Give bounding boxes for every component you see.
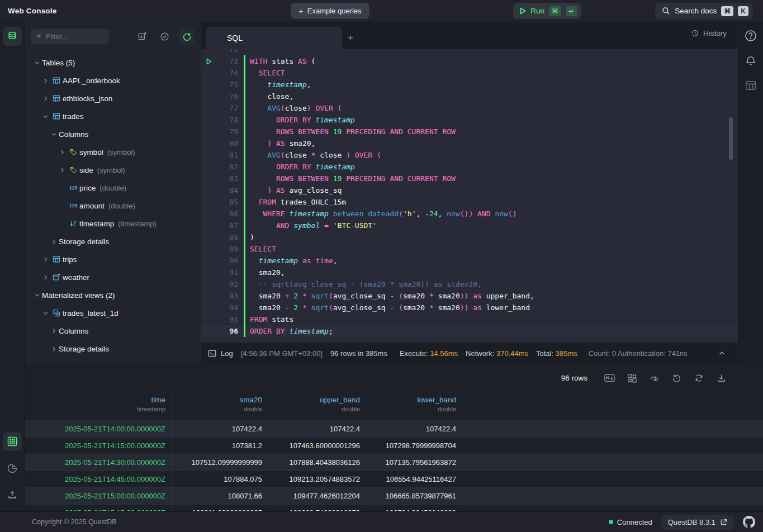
table-row[interactable]: 2025-05-21T15:00:00.000000Z108071.661094…	[25, 487, 763, 504]
database-nav-icon[interactable]	[3, 27, 22, 46]
cell-lower_band[interactable]: 107422.4	[366, 421, 462, 437]
chevron-right-icon[interactable]	[40, 96, 50, 102]
tree-item-trades-latest-1d[interactable]: trades_latest_1d	[25, 304, 201, 322]
filter-input[interactable]	[46, 32, 104, 41]
version-link[interactable]: QuestDB 8.3.1	[661, 515, 734, 530]
code-area[interactable]: 7273WITH stats AS (74 SELECT75 timestamp…	[201, 49, 738, 342]
tree-item-symbol[interactable]: symbol(symbol)	[25, 143, 201, 161]
tree-item-columns[interactable]: Columns	[25, 125, 201, 143]
example-queries-button[interactable]: + Example queries	[291, 3, 369, 19]
table-row[interactable]: 2025-05-21T14:00:00.000000Z107422.410742…	[25, 420, 763, 437]
tree-item-timestamp[interactable]: timestamp(timestamp)	[25, 215, 201, 232]
code-line-76[interactable]: 76 close,	[201, 91, 738, 102]
tree-item-trades[interactable]: trades	[25, 107, 201, 125]
cell-sma20[interactable]: 107512.09999999999	[172, 454, 268, 471]
column-header-time[interactable]: timetimestamp	[25, 391, 172, 420]
column-name[interactable]: sma20	[172, 396, 262, 404]
code-line-86[interactable]: 86 WHERE timestamp between dateadd('h', …	[201, 208, 738, 220]
code-line-90[interactable]: 90 timestamp as time,	[201, 255, 738, 267]
code-line-81[interactable]: 81 AVG(close * close ) OVER (	[201, 149, 738, 161]
refresh-icon[interactable]	[690, 369, 707, 386]
columns-icon[interactable]	[623, 369, 640, 386]
cell-sma20[interactable]: 107884.075	[172, 471, 268, 487]
chevron-right-icon[interactable]	[40, 256, 50, 263]
code-line-77[interactable]: 77 AVG(close) OVER (	[201, 102, 738, 114]
github-icon[interactable]	[743, 516, 755, 528]
table-row[interactable]: 2025-05-21T14:15:00.000000Z107381.210746…	[25, 437, 763, 454]
code-line-84[interactable]: 84 ) AS avg_close_sq	[201, 184, 738, 196]
cell-upper_band[interactable]: 107888.40438036126	[268, 454, 366, 471]
code-line-94[interactable]: 94 sma20 - 2 * sqrt(avg_close_sq - (sma2…	[201, 302, 738, 314]
tab-sql[interactable]: SQL	[206, 27, 342, 49]
code-line-79[interactable]: 79 ROWS BETWEEN 19 PRECEDING AND CURRENT…	[201, 126, 738, 137]
cell-upper_band[interactable]: 109213.20574883572	[268, 471, 366, 487]
log-toggle[interactable]: Log	[208, 349, 233, 358]
schema-panel-icon[interactable]	[745, 79, 757, 92]
chevron-right-icon[interactable]	[49, 328, 59, 334]
tree-item-weather[interactable]: weather	[25, 268, 201, 286]
chart-icon[interactable]	[646, 369, 662, 386]
refresh-schema-icon[interactable]	[178, 28, 195, 45]
tree-item-tables-5-[interactable]: Tables (5)	[25, 54, 201, 72]
cell-lower_band[interactable]: 107135.79561963872	[366, 454, 462, 471]
cell-time[interactable]: 2025-05-21T14:45:00.000000Z	[25, 471, 172, 487]
code-line-87[interactable]: 87 AND symbol = 'BTC-USDT'	[201, 220, 738, 231]
tree-item-ethblocks-json[interactable]: ethblocks_json	[25, 89, 201, 107]
download-icon[interactable]	[713, 369, 729, 386]
code-line-75[interactable]: 75 timestamp,	[201, 79, 738, 91]
chevron-down-icon[interactable]	[40, 113, 50, 120]
cell-time[interactable]: 2025-05-21T14:15:00.000000Z	[25, 438, 172, 454]
tree-item-aapl-orderbook[interactable]: AAPL_orderbook	[25, 72, 201, 89]
column-name[interactable]: time	[25, 396, 165, 404]
chevron-down-icon[interactable]	[32, 292, 42, 298]
chevron-down-icon[interactable]	[32, 60, 42, 66]
check-circle-icon[interactable]	[156, 28, 173, 45]
tree-item-storage-details[interactable]: Storage details	[25, 340, 201, 358]
collapse-log-icon[interactable]	[718, 350, 726, 357]
chevron-right-icon[interactable]	[49, 346, 59, 352]
grid-view-icon[interactable]	[3, 432, 22, 451]
cell-lower_band[interactable]: 107298.79999998704	[366, 438, 462, 454]
chevron-right-icon[interactable]	[57, 167, 67, 173]
code-line-89[interactable]: 89SELECT	[201, 243, 738, 255]
chart-view-icon[interactable]	[3, 459, 22, 478]
code-line-95[interactable]: 95FROM stats	[201, 314, 738, 325]
cell-sma20[interactable]: 107422.4	[172, 421, 268, 437]
cell-upper_band[interactable]: 107463.60000001296	[268, 438, 366, 454]
chevron-right-icon[interactable]	[40, 274, 50, 281]
cell-time[interactable]: 2025-05-21T15:00:00.000000Z	[25, 488, 172, 504]
cell-sma20[interactable]: 107381.2	[172, 438, 268, 454]
search-docs-button[interactable]: Search docs ⌘ K	[655, 3, 753, 19]
code-line-78[interactable]: 78 ORDER BY timestamp	[201, 114, 738, 126]
tree-item-storage-details[interactable]: Storage details	[25, 232, 201, 250]
column-name[interactable]: lower_band	[366, 396, 456, 404]
filter-input-wrap[interactable]	[31, 28, 109, 44]
add-widget-icon[interactable]	[134, 28, 150, 45]
undo-clock-icon[interactable]	[668, 369, 685, 386]
cell-upper_band[interactable]: 107422.4	[268, 421, 366, 437]
new-tab-icon[interactable]: +	[342, 27, 359, 49]
help-icon[interactable]	[744, 29, 757, 42]
code-line-72[interactable]: 72	[201, 49, 738, 55]
cell-upper_band[interactable]: 109477.4626012204	[268, 488, 366, 504]
cell-upper_band[interactable]: 109628.74298918376	[268, 505, 366, 511]
code-line-73[interactable]: 73WITH stats AS (	[201, 55, 738, 67]
table-row[interactable]: 2025-05-21T15:15:00.000000Z108211.283333…	[25, 504, 763, 511]
markdown-icon[interactable]	[601, 369, 618, 386]
cell-time[interactable]: 2025-05-21T14:30:00.000000Z	[25, 454, 172, 471]
cell-sma20[interactable]: 108211.28333333335	[172, 505, 268, 511]
cell-time[interactable]: 2025-05-21T14:00:00.000000Z	[25, 421, 172, 437]
tree-item-base-tables[interactable]: Base tables	[25, 358, 201, 363]
history-button[interactable]: History	[691, 29, 727, 37]
chevron-right-icon[interactable]	[57, 149, 67, 155]
chevron-right-icon[interactable]	[49, 239, 59, 245]
tree-item-side[interactable]: side(symbol)	[25, 161, 201, 179]
tree-item-amount[interactable]: 123amount(double)	[25, 197, 201, 215]
table-row[interactable]: 2025-05-21T14:30:00.000000Z107512.099999…	[25, 454, 763, 471]
cell-time[interactable]: 2025-05-21T15:15:00.000000Z	[25, 505, 172, 511]
column-name[interactable]: upper_band	[268, 396, 360, 404]
tree-item-columns[interactable]: Columns	[25, 322, 201, 340]
tree-item-materialized-views-2-[interactable]: Materialized views (2)	[25, 286, 201, 304]
column-header-lower_band[interactable]: lower_banddouble	[366, 391, 462, 420]
cell-lower_band[interactable]: 106784.02458648293	[366, 505, 462, 511]
